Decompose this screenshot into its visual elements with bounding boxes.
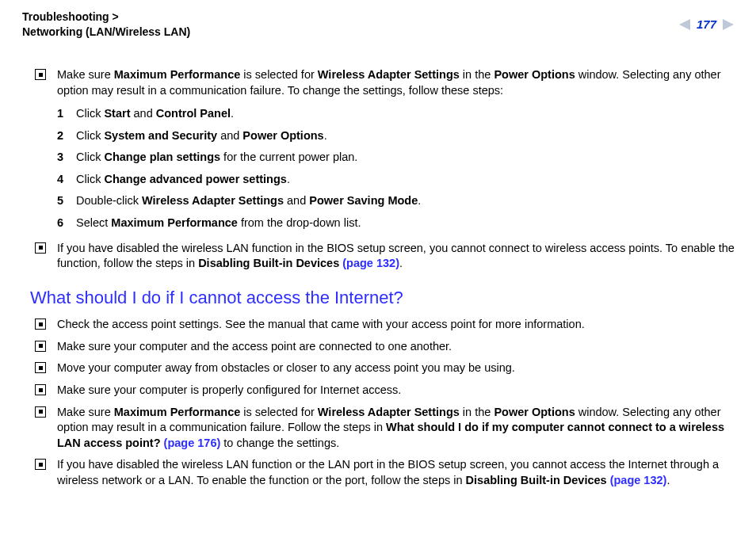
- text: If you have disabled the wireless LAN fu…: [57, 458, 719, 486]
- bullet-text: Make sure your computer is properly conf…: [57, 383, 401, 396]
- square-bullet-icon: [35, 242, 46, 254]
- text: Make sure Maximum Performance is selecte…: [57, 406, 724, 449]
- step-number: 4: [57, 172, 63, 188]
- step-text: Click Change plan settings for the curre…: [76, 151, 357, 163]
- page-content: Make sure Maximum Performance is selecte…: [35, 67, 737, 494]
- step-text: Click Change advanced power settings.: [76, 173, 290, 185]
- square-bullet-icon: [35, 69, 46, 80]
- bullet-list-internet: Check the access point settings. See the…: [35, 317, 737, 398]
- bullet-item: Make sure your computer is properly conf…: [35, 383, 737, 399]
- document-page: Troubleshooting > Networking (LAN/Wirele…: [0, 0, 756, 534]
- step-item: 1Click Start and Control Panel.: [35, 106, 737, 122]
- step-number: 3: [57, 150, 63, 166]
- bullet-item: Move your computer away from obstacles o…: [35, 360, 737, 376]
- step-item: 3Click Change plan settings for the curr…: [35, 150, 737, 166]
- svg-marker-1: [723, 19, 734, 30]
- square-bullet-icon: [35, 406, 46, 418]
- step-item: 6Select Maximum Performance from the dro…: [35, 216, 737, 231]
- bullet-max-performance: Make sure Maximum Performance is selecte…: [35, 67, 737, 98]
- page-header: Troubleshooting > Networking (LAN/Wirele…: [22, 10, 734, 40]
- breadcrumb: Troubleshooting > Networking (LAN/Wirele…: [22, 10, 190, 40]
- breadcrumb-line2: Networking (LAN/Wireless LAN): [22, 25, 190, 38]
- bullet-bios-lan: If you have disabled the wireless LAN fu…: [35, 457, 737, 488]
- link-page-176[interactable]: (page 176): [164, 437, 221, 449]
- square-bullet-icon: [35, 341, 46, 352]
- breadcrumb-line1: Troubleshooting >: [22, 10, 119, 23]
- step-item: 4Click Change advanced power settings.: [35, 172, 737, 188]
- numbered-steps: 1Click Start and Control Panel.2Click Sy…: [35, 106, 737, 231]
- section-heading-internet: What should I do if I cannot access the …: [30, 286, 737, 310]
- step-item: 2Click System and Security and Power Opt…: [35, 128, 737, 144]
- svg-marker-0: [679, 19, 690, 30]
- link-page-132[interactable]: (page 132): [610, 474, 667, 486]
- step-number: 6: [57, 216, 63, 231]
- page-number: 177: [695, 17, 718, 32]
- nav-next-icon[interactable]: [721, 19, 734, 30]
- link-page-132[interactable]: (page 132): [342, 257, 399, 269]
- bullet-item: Check the access point settings. See the…: [35, 317, 737, 333]
- bullet-bios-wireless: If you have disabled the wireless LAN fu…: [35, 241, 737, 272]
- bullet-item: Make sure your computer and the access p…: [35, 339, 737, 355]
- square-bullet-icon: [35, 362, 46, 373]
- square-bullet-icon: [35, 384, 46, 395]
- text: If you have disabled the wireless LAN fu…: [57, 242, 735, 270]
- step-text: Select Maximum Performance from the drop…: [76, 216, 361, 229]
- bullet-text: Make sure your computer and the access p…: [57, 340, 452, 353]
- page-number-area: 177: [679, 17, 734, 32]
- step-text: Click Start and Control Panel.: [76, 107, 234, 120]
- text: Make sure Maximum Performance is selecte…: [57, 68, 720, 97]
- step-text: Double-click Wireless Adapter Settings a…: [76, 194, 421, 207]
- step-number: 5: [57, 193, 63, 209]
- step-number: 1: [57, 106, 63, 122]
- step-number: 2: [57, 128, 63, 144]
- bullet-text: Move your computer away from obstacles o…: [57, 361, 515, 374]
- step-item: 5Double-click Wireless Adapter Settings …: [35, 193, 737, 209]
- nav-prev-icon[interactable]: [679, 19, 692, 30]
- step-text: Click System and Security and Power Opti…: [76, 129, 327, 142]
- square-bullet-icon: [35, 459, 46, 470]
- bullet-max-performance-2: Make sure Maximum Performance is selecte…: [35, 405, 737, 452]
- square-bullet-icon: [35, 318, 46, 330]
- bullet-text: Check the access point settings. See the…: [57, 318, 585, 330]
